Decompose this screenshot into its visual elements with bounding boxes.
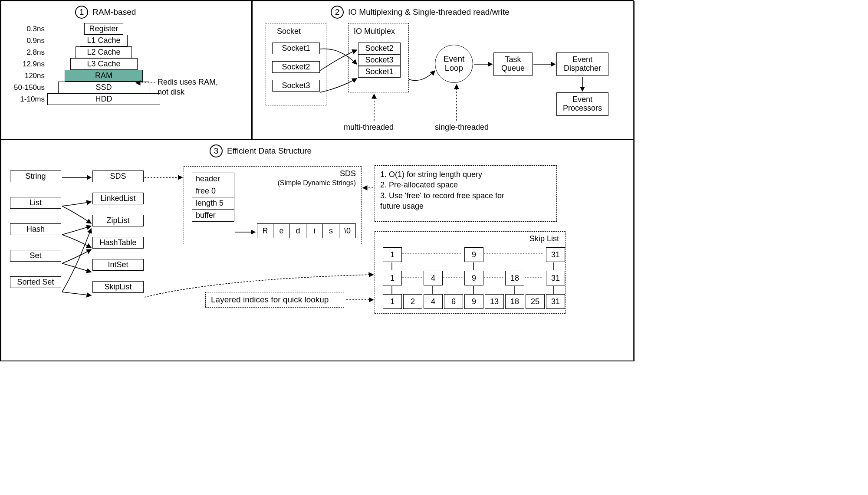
panel1-title: RAM-based bbox=[92, 7, 136, 17]
buffer-char: i bbox=[306, 223, 323, 238]
pyramid-layer: L3 Cache bbox=[70, 58, 138, 70]
ram-callout: Redis uses RAM, not disk bbox=[158, 77, 218, 98]
multi-threaded-label: multi-threaded bbox=[344, 123, 394, 132]
event-loop: Event Loop bbox=[435, 45, 473, 83]
skiplist-node: 18 bbox=[505, 294, 524, 309]
panel-io-multiplexing: 2 IO Multiplexing & Single-threaded read… bbox=[252, 1, 635, 140]
sds-field: header bbox=[192, 173, 234, 185]
layered-note: Layered indices for quick lookup bbox=[205, 292, 344, 308]
sds-field: buffer bbox=[192, 210, 234, 222]
skiplist-node: 4 bbox=[424, 271, 443, 285]
skiplist-node: 4 bbox=[424, 294, 443, 309]
skiplist-node: 31 bbox=[546, 294, 565, 309]
mux-box: Socket2 bbox=[358, 43, 401, 54]
diagram-container: 1 RAM-based 0.3nsRegister0.9nsL1 Cache2.… bbox=[0, 0, 634, 361]
redis-type: List bbox=[10, 197, 61, 209]
panel3-title-row: 3 Efficient Data Structure bbox=[210, 144, 312, 157]
buffer-char: e bbox=[273, 223, 290, 238]
skiplist-node: 1 bbox=[383, 294, 402, 309]
sds-label: SDS (Simple Dynamic Strings) bbox=[278, 169, 356, 187]
panel2-title: IO Multiplexing & Single-threaded read/w… bbox=[348, 7, 510, 17]
skiplist-node: 9 bbox=[464, 294, 483, 309]
single-threaded-label: single-threaded bbox=[435, 123, 489, 132]
skiplist-node: 1 bbox=[383, 247, 402, 262]
skiplist-node: 31 bbox=[546, 271, 565, 285]
redis-impl: SkipList bbox=[92, 281, 144, 293]
skiplist-node: 18 bbox=[505, 271, 524, 285]
redis-type: Hash bbox=[10, 223, 61, 235]
skiplist-node: 9 bbox=[464, 247, 483, 262]
redis-impl: SDS bbox=[92, 170, 144, 182]
event-dispatcher: Event Dispatcher bbox=[556, 52, 608, 76]
sds-struct: headerfree 0length 5buffer bbox=[192, 173, 234, 222]
task-queue: Task Queue bbox=[493, 52, 533, 76]
skiplist-node: 13 bbox=[485, 294, 504, 309]
mux-box: Socket3 bbox=[358, 54, 401, 66]
redis-type: Set bbox=[10, 250, 61, 262]
socket-group: Socket Socket1Socket2Socket3 bbox=[266, 23, 326, 105]
svg-line-7 bbox=[62, 292, 91, 295]
panel3-number-icon: 3 bbox=[210, 144, 223, 157]
pyramid-layer: RAM bbox=[65, 70, 143, 82]
skiplist-detail: Skip List 1931 1491831 1246913182531 bbox=[375, 231, 566, 314]
pyramid-time-label: 0.9ns bbox=[6, 36, 45, 45]
pyramid-layer: SSD bbox=[58, 82, 149, 93]
skiplist-node: 25 bbox=[526, 294, 545, 309]
skiplist-node: 31 bbox=[546, 247, 565, 262]
panel-data-structures: 3 Efficient Data Structure StringListHas… bbox=[1, 140, 635, 361]
redis-impl: ZipList bbox=[92, 215, 144, 226]
panel-ram-based: 1 RAM-based 0.3nsRegister0.9nsL1 Cache2.… bbox=[1, 1, 252, 140]
pyramid-layer: L2 Cache bbox=[76, 46, 132, 58]
iomux-group: IO Multiplex Socket2Socket3Socket1 bbox=[348, 23, 409, 92]
redis-impl: LinkedList bbox=[92, 193, 144, 204]
pyramid-time-label: 0.3ns bbox=[6, 25, 45, 33]
socket-box: Socket1 bbox=[272, 43, 320, 54]
pyramid-time-label: 50-150us bbox=[6, 83, 45, 92]
buffer-char: d bbox=[290, 223, 306, 238]
pyramid-time-label: 12.9ns bbox=[6, 60, 45, 69]
panel1-title-row: 1 RAM-based bbox=[75, 6, 136, 19]
panel2-number-icon: 2 bbox=[331, 6, 344, 19]
skiplist-title: Skip List bbox=[529, 234, 559, 243]
sds-field: free 0 bbox=[192, 185, 234, 197]
pyramid-layer: L1 Cache bbox=[80, 35, 128, 46]
panel1-number-icon: 1 bbox=[75, 6, 88, 19]
pyramid-time-label: 120ns bbox=[6, 72, 45, 80]
skiplist-node: 6 bbox=[444, 294, 463, 309]
pyramid-layer: HDD bbox=[47, 93, 160, 105]
redis-impl: IntSet bbox=[92, 259, 144, 271]
buffer-char: \0 bbox=[339, 223, 356, 238]
event-processors: Event Processors bbox=[556, 92, 608, 116]
socket-group-title: Socket bbox=[277, 27, 301, 36]
memory-pyramid: 0.3nsRegister0.9nsL1 Cache2.8nsL2 Cache1… bbox=[6, 23, 160, 105]
buffer-char: R bbox=[257, 223, 273, 238]
socket-box: Socket2 bbox=[272, 61, 320, 73]
redis-impls-column: SDSLinkedListZipListHashTableIntSetSkipL… bbox=[92, 170, 144, 303]
panel3-title: Efficient Data Structure bbox=[227, 146, 312, 156]
iomux-group-title: IO Multiplex bbox=[354, 27, 395, 36]
panel2-title-row: 2 IO Multiplexing & Single-threaded read… bbox=[331, 6, 510, 19]
pyramid-time-label: 1-10ms bbox=[6, 95, 45, 104]
skiplist-node: 1 bbox=[383, 271, 402, 285]
sds-notes: 1. O(1) for string length query 2. Pre-a… bbox=[375, 165, 557, 222]
mux-box: Socket1 bbox=[358, 66, 401, 78]
pyramid-layer: Register bbox=[84, 23, 123, 35]
sds-field: length 5 bbox=[192, 197, 234, 210]
skiplist-node: 9 bbox=[464, 271, 483, 285]
redis-impl: HashTable bbox=[92, 237, 144, 249]
redis-type: Sorted Set bbox=[10, 276, 61, 288]
sds-buffer: Redis\0 bbox=[257, 223, 356, 238]
redis-type: String bbox=[10, 170, 61, 182]
sds-detail: SDS (Simple Dynamic Strings) headerfree … bbox=[184, 166, 362, 244]
redis-types-column: StringListHashSetSorted Set bbox=[10, 170, 61, 303]
pyramid-time-label: 2.8ns bbox=[6, 48, 45, 57]
socket-box: Socket3 bbox=[272, 80, 320, 92]
skiplist-node: 2 bbox=[403, 294, 422, 309]
buffer-char: s bbox=[323, 223, 339, 238]
